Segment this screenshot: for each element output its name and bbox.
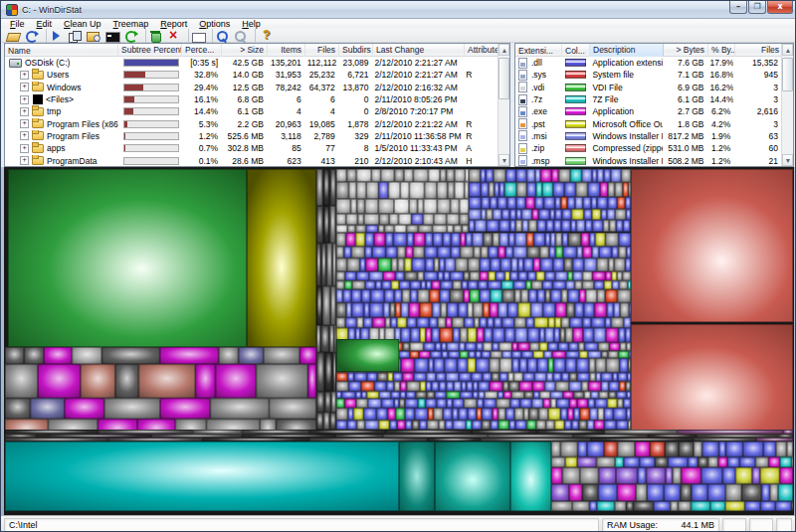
- files-count-value: 60: [733, 142, 781, 154]
- menu-item[interactable]: Edit: [31, 19, 59, 29]
- tree-header-name[interactable]: Name: [5, 44, 118, 57]
- item-name: apps: [47, 142, 65, 154]
- tree-header-files[interactable]: Files: [305, 44, 339, 57]
- scroll-up-button[interactable]: [782, 44, 793, 56]
- description-value: Windows Installer Patch: [589, 155, 662, 166]
- expander-icon[interactable]: +: [20, 107, 29, 116]
- delete-button[interactable]: [164, 29, 183, 43]
- scroll-thumb[interactable]: [498, 58, 509, 99]
- percentage-value: 14.4%: [181, 105, 221, 117]
- subdirs-value: 23,089: [338, 57, 372, 69]
- explorer-button[interactable]: [84, 29, 102, 43]
- tree-header-lastchange[interactable]: Last Change: [373, 44, 465, 57]
- tree-header-attributes[interactable]: Attributes: [465, 44, 499, 57]
- copy-button[interactable]: [65, 29, 84, 43]
- extension-vertical-scrollbar[interactable]: [781, 44, 793, 166]
- extension-row[interactable]: .exe Application 2.7 GB 6.2% 2,616: [515, 105, 781, 117]
- items-value: 20,963: [267, 118, 304, 130]
- resume-button[interactable]: [46, 29, 65, 43]
- ext-header-bytes[interactable]: > Bytes: [664, 44, 708, 57]
- menu-item[interactable]: Clean Up: [58, 19, 107, 29]
- extension-name: .dll: [531, 57, 542, 69]
- minimize-button[interactable]: –: [729, 1, 747, 14]
- ext-header-files[interactable]: Files: [735, 44, 783, 57]
- title-bar[interactable]: C: - WinDirStat – ❐ x: [1, 1, 795, 19]
- description-value: Microsoft Office Outlook Pe...: [589, 118, 662, 130]
- tree-header-percentage[interactable]: Perce...: [182, 44, 222, 57]
- menu-item[interactable]: Options: [193, 19, 236, 29]
- ext-header-color[interactable]: Col...: [562, 44, 590, 57]
- extension-row[interactable]: .zip Compressed (zipped) Folder 531.0 MB…: [515, 142, 781, 154]
- extension-row[interactable]: .pst Microsoft Office Outlook Pe... 1.8 …: [515, 117, 781, 129]
- percentage-value: 32.8%: [181, 69, 221, 81]
- ext-header-percent-bytes[interactable]: % By...: [708, 44, 735, 57]
- extension-row[interactable]: .sys System file 7.1 GB 16.8% 945: [515, 69, 781, 81]
- help-button[interactable]: [255, 29, 274, 43]
- expander-icon[interactable]: +: [20, 119, 29, 128]
- tree-row[interactable]: + Program Files 1.2% 525.6 MB 3,118 2: [5, 130, 498, 142]
- ext-header-extension[interactable]: Extensi...: [515, 44, 562, 57]
- expander-icon[interactable]: +: [20, 156, 29, 165]
- menu-item[interactable]: File: [4, 19, 31, 29]
- expander-icon[interactable]: +: [20, 131, 29, 140]
- tree-header-subtree[interactable]: Subtree Percent...: [118, 44, 182, 57]
- subdirs-value: 329: [338, 130, 372, 142]
- zoom-out-button[interactable]: [231, 29, 250, 43]
- percentage-value: 16.1%: [181, 93, 221, 105]
- close-button[interactable]: x: [767, 1, 793, 14]
- attributes-value: R: [463, 69, 498, 81]
- expander-icon[interactable]: +: [20, 71, 29, 80]
- tree-vertical-scrollbar[interactable]: [498, 44, 509, 166]
- scroll-thumb[interactable]: [782, 58, 793, 91]
- tree-header-subdirs[interactable]: Subdirs: [339, 44, 373, 57]
- percent-bytes-value: 16.8%: [707, 69, 734, 81]
- items-value: 3,118: [267, 130, 304, 142]
- tree-row[interactable]: OSDisk (C:) [0:35 s] 42.5 GB 135,201 112…: [5, 57, 498, 69]
- scroll-down-button[interactable]: [782, 154, 793, 166]
- tree-row[interactable]: + Windows 29.4% 12.5 GB 78,242 64,372: [5, 82, 498, 93]
- tree-row[interactable]: + tmp 14.4% 6.1 GB 4 4 0: [5, 105, 498, 117]
- folder-icon: [32, 156, 44, 165]
- open-folder-button[interactable]: [188, 29, 207, 43]
- tree-row[interactable]: + <Files> 16.1% 6.8 GB 6 6: [5, 93, 498, 105]
- extension-row[interactable]: .msp Windows Installer Patch 508.2 MB 1.…: [515, 154, 781, 166]
- extension-row[interactable]: .7z 7Z File 6.1 GB 14.4% 3: [515, 93, 781, 105]
- extension-row[interactable]: .msi Windows Installer Package 817.2 MB …: [515, 130, 781, 142]
- app-icon[interactable]: [6, 4, 18, 16]
- tree-row[interactable]: + apps 0.7% 302.8 MB 85 77: [5, 142, 498, 154]
- bytes-value: 6.1 GB: [663, 93, 707, 105]
- extension-row[interactable]: .vdi VDI File 6.9 GB 16.2% 3: [515, 82, 781, 93]
- tree-row[interactable]: + ProgramData 0.1% 28.6 MB 623 413: [5, 154, 498, 166]
- lastchange-value: 2/11/2010 11:36:58 PM: [372, 130, 464, 142]
- ext-header-description[interactable]: Description: [590, 44, 664, 57]
- open-button[interactable]: [3, 29, 22, 43]
- expander-icon[interactable]: +: [20, 95, 29, 104]
- expander-icon[interactable]: +: [20, 144, 29, 153]
- item-name: OSDisk (C:): [25, 57, 70, 69]
- maximize-button[interactable]: ❐: [748, 1, 766, 14]
- percentage-value: 5.3%: [181, 118, 221, 130]
- subtree-percentage-bar: [123, 144, 179, 152]
- subtree-percentage-bar: [123, 107, 179, 115]
- zoom-in-button[interactable]: [212, 29, 231, 43]
- menu-item[interactable]: Treemap: [107, 19, 155, 29]
- item-name: Windows: [47, 82, 81, 93]
- folder-icon: [32, 71, 44, 80]
- scroll-down-button[interactable]: [498, 154, 509, 166]
- tree-row[interactable]: + Program Files (x86) 5.3% 2.2 GB 20,963: [5, 117, 498, 129]
- scroll-up-button[interactable]: [498, 44, 509, 56]
- files-value: 413: [304, 155, 338, 166]
- subtree-percentage-bar: [123, 84, 179, 91]
- expander-icon[interactable]: +: [20, 83, 29, 91]
- tree-header-items[interactable]: Items: [268, 44, 305, 57]
- tree-header-size[interactable]: > Size: [222, 44, 268, 57]
- files-value: 6: [304, 93, 338, 105]
- treemap[interactable]: [4, 167, 794, 515]
- recycle-bin-button[interactable]: [145, 29, 164, 43]
- tree-row[interactable]: + Users 32.8% 14.0 GB 31,953 25,232: [5, 69, 498, 81]
- refresh-all-button[interactable]: [22, 29, 41, 43]
- refresh-selected-button[interactable]: [121, 29, 140, 43]
- extension-row[interactable]: .dll Application extension 7.6 GB 17.9% …: [515, 57, 781, 69]
- command-prompt-button[interactable]: [102, 29, 121, 43]
- color-swatch: [565, 132, 587, 140]
